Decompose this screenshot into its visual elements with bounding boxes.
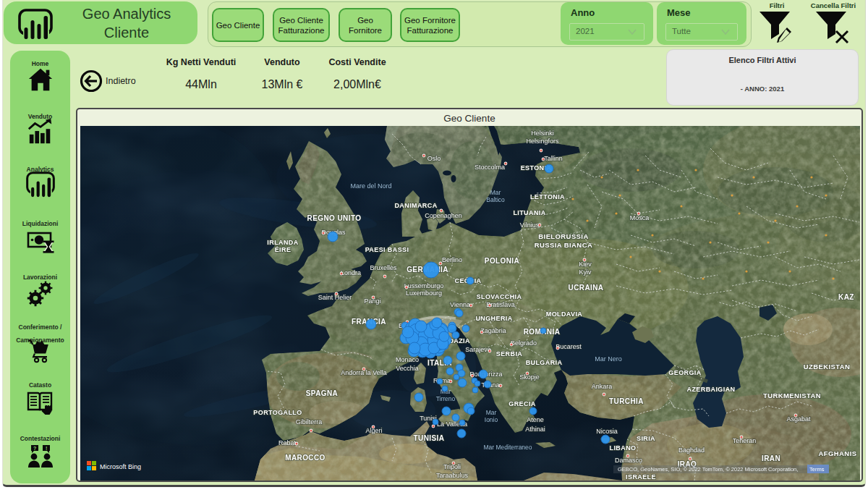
svg-text:GEBCO, GeoNames, SIO, © 2022 T: GEBCO, GeoNames, SIO, © 2022 TomTom, © 2…	[618, 466, 798, 473]
svg-text:Bruxelles: Bruxelles	[370, 264, 397, 271]
svg-text:Kiev: Kiev	[579, 261, 592, 268]
svg-text:Luxembourg: Luxembourg	[406, 289, 442, 297]
svg-text:Helsinki: Helsinki	[531, 130, 554, 137]
svg-text:MOLDAVIA: MOLDAVIA	[546, 310, 583, 318]
svg-text:ÉIRE: ÉIRE	[275, 246, 292, 253]
svg-text:LETTONIA: LETTONIA	[530, 193, 565, 200]
svg-text:Mare del Nord: Mare del Nord	[350, 182, 391, 190]
svg-text:POLONIA: POLONIA	[485, 257, 519, 265]
svg-text:Mosca: Mosca	[630, 214, 650, 221]
svg-text:Tripoli: Tripoli	[443, 463, 461, 470]
svg-text:AZERBAIGIAN: AZERBAIGIAN	[687, 386, 736, 393]
svg-text:PORTOGALLO: PORTOGALLO	[253, 409, 302, 416]
svg-text:SERBIA: SERBIA	[496, 350, 523, 358]
svg-text:UCRAINA: UCRAINA	[569, 284, 604, 292]
svg-text:Mar: Mar	[486, 409, 497, 416]
svg-text:SLOVACCHIA: SLOVACCHIA	[477, 293, 522, 300]
svg-text:REGNO UNITO: REGNO UNITO	[307, 214, 362, 222]
svg-text:Kyiv: Kyiv	[579, 268, 592, 276]
svg-text:Baltico: Baltico	[486, 196, 505, 203]
svg-text:GRECIA: GRECIA	[509, 400, 536, 407]
svg-text:Rabat: Rabat	[278, 439, 297, 447]
svg-text:Bucarest: Bucarest	[556, 343, 582, 350]
svg-text:Gibilterra: Gibilterra	[296, 418, 323, 426]
svg-text:SPAGNA: SPAGNA	[306, 389, 338, 397]
svg-text:LITUANIA: LITUANIA	[513, 209, 545, 216]
svg-text:Asgabat: Asgabat	[786, 415, 811, 423]
svg-text:SIRIA: SIRIA	[637, 435, 655, 442]
svg-text:Atene: Atene	[527, 416, 544, 423]
svg-text:UNGHERIA: UNGHERIA	[475, 315, 512, 322]
svg-text:Lussemburgo: Lussemburgo	[404, 282, 444, 289]
svg-text:Damasco: Damasco	[615, 457, 642, 464]
svg-text:Ionio: Ionio	[485, 416, 498, 423]
svg-text:Belgrado: Belgrado	[511, 339, 537, 347]
svg-text:Stoccolma: Stoccolma	[475, 164, 505, 171]
svg-text:Zagabria: Zagabria	[480, 327, 506, 334]
svg-text:Vienna: Vienna	[450, 301, 470, 308]
svg-text:AFGHANIS: AFGHANIS	[819, 449, 857, 457]
svg-text:Londra: Londra	[341, 269, 361, 276]
svg-text:!: !	[46, 446, 47, 451]
svg-text:Monaco: Monaco	[396, 356, 419, 363]
svg-text:BIELORUSSIA: BIELORUSSIA	[538, 232, 588, 240]
svg-text:Copenaghen: Copenaghen	[425, 212, 462, 219]
svg-text:Tallinn: Tallinn	[544, 155, 563, 162]
svg-text:Mar Nero: Mar Nero	[595, 355, 622, 363]
svg-text:TUNISIA: TUNISIA	[414, 434, 445, 442]
svg-text:IRLANDA: IRLANDA	[267, 239, 298, 246]
svg-text:Athinai: Athinai	[525, 426, 545, 433]
svg-text:DANIMARCA: DANIMARCA	[394, 202, 437, 209]
svg-text:Terms: Terms	[809, 466, 825, 473]
svg-text:TURCHIA: TURCHIA	[609, 397, 644, 405]
svg-text:Vecchia: Vecchia	[396, 365, 419, 372]
svg-text:GEORGIA: GEORGIA	[668, 369, 701, 376]
svg-text:Skopje: Skopje	[519, 373, 540, 381]
svg-text:Microsoft Bing: Microsoft Bing	[100, 463, 141, 470]
svg-text:Tirreno: Tirreno	[436, 395, 456, 402]
svg-text:BULGARIA: BULGARIA	[526, 359, 563, 366]
svg-text:Helsingfors: Helsingfors	[526, 138, 559, 145]
svg-text:Ankara: Ankara	[592, 383, 613, 390]
svg-text:MAROCCO: MAROCCO	[285, 454, 326, 462]
svg-text:Teheran: Teheran	[733, 437, 757, 444]
svg-text:Baghdad: Baghdad	[678, 447, 705, 454]
svg-text:UZBEKISTAN: UZBEKISTAN	[804, 363, 851, 371]
svg-text:RUSSIA BIANCA: RUSSIA BIANCA	[535, 241, 592, 249]
svg-text:Sarajevo: Sarajevo	[465, 346, 491, 353]
svg-text:Mar Mediterraneo: Mar Mediterraneo	[483, 444, 532, 451]
svg-text:Taraabulus: Taraabulus	[436, 472, 469, 479]
svg-text:Vilnius: Vilnius	[520, 221, 540, 229]
svg-text:Berlino: Berlino	[442, 256, 462, 263]
svg-text:Mar: Mar	[490, 189, 501, 196]
svg-text:KAZ: KAZ	[838, 293, 854, 301]
svg-text:LIBANO: LIBANO	[610, 444, 637, 452]
svg-text:Nicosia: Nicosia	[596, 428, 618, 435]
svg-text:TURKMENISTAN: TURKMENISTAN	[763, 392, 821, 399]
svg-text:?: ?	[33, 446, 36, 451]
svg-text:Saint Helier: Saint Helier	[318, 294, 352, 301]
svg-text:IRAN: IRAN	[762, 454, 780, 462]
svg-text:ISRAELE: ISRAELE	[626, 473, 656, 481]
svg-text:PAESI BASSI: PAESI BASSI	[365, 246, 409, 253]
svg-text:Oslo: Oslo	[427, 155, 441, 162]
